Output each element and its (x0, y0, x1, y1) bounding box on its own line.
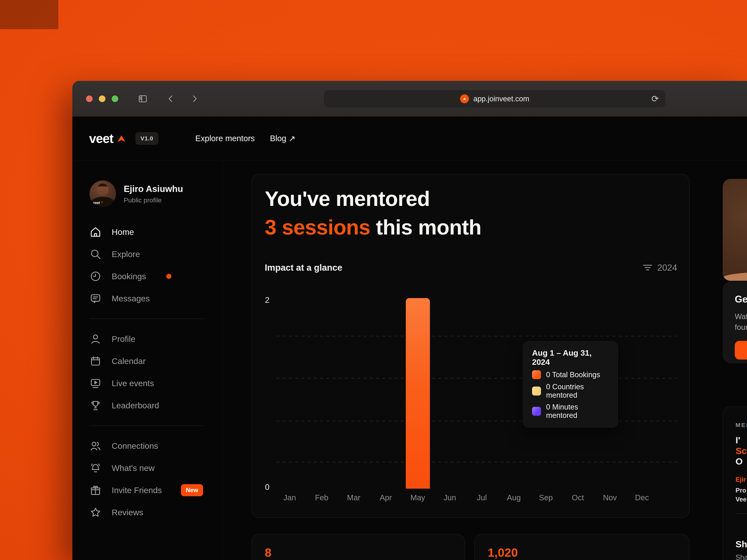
desktop-noise-texture (0, 0, 58, 29)
veet-chevron-icon (116, 134, 127, 143)
clock-icon (89, 270, 102, 282)
notification-dot (166, 274, 171, 279)
chart-bar[interactable] (406, 298, 430, 489)
x-axis-label: Jan (283, 493, 296, 502)
veet-logo[interactable]: veet (89, 131, 127, 146)
x-axis-label: May (410, 493, 425, 502)
section-title: Impact at a glance (265, 262, 342, 273)
testimonial-quote: I' Sc O (736, 435, 747, 467)
sidebar-divider (89, 425, 204, 426)
stat-card: 8 (252, 534, 465, 560)
sidebar-item-bookings[interactable]: Bookings (89, 265, 223, 287)
search-icon (89, 248, 102, 260)
address-bar[interactable]: app.joinveet.com ⟳ (324, 90, 666, 108)
live-video-icon (89, 377, 102, 389)
sidebar-item-whats-new[interactable]: What's new (89, 457, 223, 479)
veet-logo-text: veet (89, 131, 113, 146)
sidebar-item-explore[interactable]: Explore (89, 243, 223, 265)
sidebar-item-label: What's new (112, 463, 155, 473)
chart-tooltip: Aug 1 – Aug 31, 2024 0 Total Bookings 0 … (523, 341, 618, 428)
home-icon (89, 226, 102, 238)
sidebar-item-live-events[interactable]: Live events (89, 372, 223, 394)
year-filter[interactable]: 2024 (643, 262, 677, 273)
profile-name: Ejiro Asiuwhu (124, 184, 183, 194)
x-axis-label: Mar (347, 493, 360, 502)
sidebar-toggle-icon[interactable] (138, 94, 148, 104)
sidebar-item-label: Leaderboard (112, 401, 159, 410)
sidebar-item-label: Home (112, 227, 134, 237)
sidebar-item-label: Bookings (112, 272, 146, 281)
sidebar-item-profile[interactable]: Profile (89, 328, 223, 350)
founder-video-thumbnail[interactable] (723, 179, 747, 281)
card-title: Get (735, 294, 747, 305)
sidebar-item-label: Profile (112, 334, 135, 344)
tooltip-row: 0 Countries mentored (532, 383, 609, 399)
y-axis-tick: 0 (265, 482, 269, 492)
bell-icon (89, 462, 102, 474)
cta-button[interactable] (735, 341, 747, 359)
sidebar-item-messages[interactable]: Messages (89, 287, 223, 310)
divider (736, 513, 747, 514)
calendar-icon (89, 355, 102, 367)
stat-value: 8 (265, 545, 452, 559)
x-axis-label: Nov (603, 493, 617, 502)
testimonial-author-meta: Pro Vee (736, 486, 747, 504)
browser-window: app.joinveet.com ⟳ veet V1.0 Explore men… (72, 81, 747, 560)
sidebar-item-label: Calendar (112, 356, 146, 366)
url-text: app.joinveet.com (473, 95, 529, 103)
users-icon (89, 440, 102, 452)
profile-subtitle: Public profile (124, 196, 183, 204)
sidebar-item-reviews[interactable]: Reviews (89, 501, 223, 524)
legend-swatch-bookings (532, 370, 541, 379)
sidebar-item-label: Invite Friends (112, 485, 162, 495)
testimonial-author: Ejir (736, 476, 747, 483)
gridline (277, 462, 677, 462)
user-icon (89, 333, 102, 345)
x-axis: JanFebMarAprMayJunJulAugSepOctNovDec (277, 493, 677, 505)
legend-swatch-minutes (532, 407, 541, 416)
sidebar-item-invite-friends[interactable]: Invite Friends New (89, 479, 223, 501)
sidebar-nav: Home Explore Bookings Messages (89, 221, 223, 524)
gift-icon (89, 484, 102, 496)
sidebar-item-calendar[interactable]: Calendar (89, 350, 223, 372)
sidebar-item-label: Messages (112, 294, 150, 303)
window-controls (86, 96, 118, 102)
photo-shirt-shape (742, 218, 747, 281)
sidebar-item-home[interactable]: Home (89, 221, 223, 243)
site-favicon-icon (460, 94, 469, 103)
new-badge: New (181, 484, 203, 496)
sidebar-item-label: Connections (112, 441, 158, 451)
nav-explore-mentors[interactable]: Explore mentors (195, 134, 255, 143)
filter-icon (643, 264, 653, 271)
x-axis-label: Apr (380, 493, 392, 502)
tooltip-title: Aug 1 – Aug 31, 2024 (532, 348, 609, 367)
x-axis-label: Aug (507, 493, 521, 502)
share-title: Sh (736, 539, 747, 550)
year-filter-label: 2024 (657, 262, 677, 273)
message-icon (89, 292, 102, 304)
impact-card: You've mentored 3 sessions this month Im… (252, 174, 690, 518)
tooltip-label: 0 Countries mentored (546, 383, 609, 399)
x-axis-label: Jul (477, 493, 487, 502)
sidebar-item-connections[interactable]: Connections (89, 435, 223, 457)
nav-explore-mentors-label: Explore mentors (195, 134, 255, 143)
profile-card[interactable]: veet ^ Ejiro Asiuwhu Public profile (89, 181, 223, 207)
minimize-window-button[interactable] (99, 96, 105, 102)
tooltip-row: 0 Total Bookings (532, 370, 609, 379)
headline-accent: 3 sessions (265, 215, 370, 239)
stat-value: 1,020 (488, 545, 676, 559)
nav-blog[interactable]: Blog ↗ (270, 134, 295, 143)
reload-icon[interactable]: ⟳ (651, 94, 659, 103)
tooltip-row: 0 Minutes mentored (532, 403, 609, 420)
legend-swatch-countries (532, 386, 541, 396)
card-body: Wat foun (735, 311, 747, 333)
main-content: You've mentored 3 sessions this month Im… (223, 160, 747, 560)
x-axis-label: Sep (539, 493, 553, 502)
sidebar-item-leaderboard[interactable]: Leaderboard (89, 394, 223, 417)
close-window-button[interactable] (86, 96, 93, 102)
avatar: veet ^ (89, 181, 116, 207)
x-axis-label: Dec (635, 493, 649, 502)
forward-icon[interactable] (189, 94, 200, 104)
zoom-window-button[interactable] (112, 96, 118, 102)
back-icon[interactable] (166, 94, 176, 104)
